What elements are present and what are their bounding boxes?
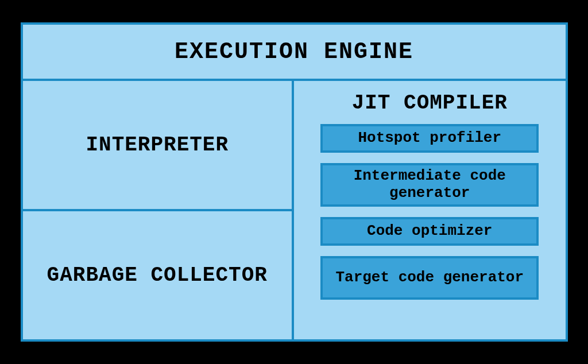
jit-compiler-title: JIT COMPILER <box>352 91 508 115</box>
jit-compiler-column: JIT COMPILER Hotspot profiler Intermedia… <box>294 81 566 339</box>
hotspot-profiler-box: Hotspot profiler <box>320 124 539 153</box>
diagram-body: INTERPRETER GARBAGE COLLECTOR JIT COMPIL… <box>23 81 566 339</box>
garbage-collector-box: GARBAGE COLLECTOR <box>23 211 292 339</box>
interpreter-box: INTERPRETER <box>23 81 292 211</box>
target-code-generator-box: Target code generator <box>320 256 539 300</box>
code-optimizer-box: Code optimizer <box>320 217 539 246</box>
left-column: INTERPRETER GARBAGE COLLECTOR <box>23 81 295 339</box>
diagram-title: EXECUTION ENGINE <box>23 25 566 81</box>
intermediate-code-generator-box: Intermediate code generator <box>320 163 539 207</box>
execution-engine-diagram: EXECUTION ENGINE INTERPRETER GARBAGE COL… <box>21 22 568 342</box>
